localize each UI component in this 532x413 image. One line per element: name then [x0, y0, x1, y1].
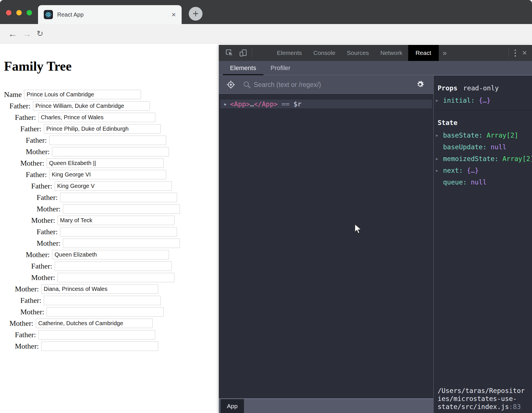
family-field-row: Father:: [9, 101, 219, 111]
devtools-panel: ElementsConsoleSourcesNetworkReact » × E…: [219, 45, 532, 413]
field-label: Father:: [9, 102, 31, 110]
field-label: Father:: [37, 228, 58, 236]
kv-value: {…}: [467, 167, 479, 174]
search-icon: [243, 81, 251, 89]
family-member-input-5[interactable]: [52, 147, 169, 156]
family-member-input-11[interactable]: [57, 216, 174, 225]
family-member-input-17[interactable]: [41, 284, 158, 294]
family-field-row: Name: [4, 90, 219, 99]
family-member-input-13[interactable]: [63, 239, 180, 248]
family-field-row: Father:: [31, 261, 219, 271]
family-member-input-14[interactable]: [52, 250, 169, 259]
back-button[interactable]: ←: [8, 29, 17, 38]
search-input[interactable]: [253, 79, 409, 91]
forward-button[interactable]: →: [22, 29, 31, 38]
props-title: Props: [438, 84, 457, 92]
devtools-menu-icon[interactable]: [515, 49, 516, 57]
field-label: Father:: [37, 193, 58, 202]
inspect-element-icon[interactable]: [225, 49, 234, 57]
field-label: Mother:: [15, 285, 39, 293]
family-member-input-7[interactable]: [49, 170, 166, 179]
expand-arrow-icon[interactable]: ▶: [224, 102, 227, 106]
kv-value: null: [491, 143, 506, 151]
family-field-row: Mother:: [20, 307, 219, 317]
state-row-queue[interactable]: queue: null: [434, 176, 532, 188]
family-member-input-4[interactable]: [49, 136, 166, 145]
family-field-row: Father:: [26, 170, 219, 179]
window-controls: [6, 10, 32, 15]
new-tab-button[interactable]: +: [189, 7, 203, 21]
page-title: Family Tree: [4, 59, 219, 74]
react-tab-elements[interactable]: Elements: [223, 61, 263, 75]
kv-value: {…}: [479, 97, 491, 104]
expand-arrow-icon[interactable]: ▶: [436, 168, 438, 173]
settings-gear-icon[interactable]: [416, 80, 425, 90]
family-field-row: Mother:: [26, 250, 219, 259]
field-label: Mother:: [31, 273, 55, 282]
family-member-input-12[interactable]: [60, 227, 177, 237]
family-member-input-22[interactable]: [41, 341, 158, 351]
devtools-tab-sources[interactable]: Sources: [341, 45, 375, 61]
family-field-row: Father:: [26, 136, 219, 145]
browser-window: React App × + ← → ↻ i localhost:3000 ☆ U: [0, 0, 532, 413]
devtools-tab-elements[interactable]: Elements: [271, 45, 308, 61]
family-member-input-1[interactable]: [33, 101, 150, 111]
family-member-input-20[interactable]: [36, 319, 153, 328]
family-field-row: Father:: [31, 181, 219, 191]
family-member-input-15[interactable]: [55, 261, 172, 271]
props-section: Propsread-only ▶initial: {…}: [434, 76, 532, 110]
devtools-tab-network[interactable]: Network: [375, 45, 408, 61]
family-member-input-18[interactable]: [44, 296, 161, 305]
minimize-window-button[interactable]: [16, 10, 22, 15]
toolbar-divider-right: [509, 49, 509, 57]
family-member-input-2[interactable]: [38, 113, 155, 122]
kv-key: next:: [443, 167, 463, 174]
family-member-input-3[interactable]: [44, 124, 161, 134]
component-tree: ▶<App>…</App> == $r: [219, 94, 433, 398]
kv-key: memoizedState:: [443, 155, 499, 162]
family-field-row: Father:: [15, 113, 219, 122]
family-field-row: Mother:: [31, 216, 219, 225]
more-tabs-icon[interactable]: »: [439, 49, 447, 57]
family-member-input-10[interactable]: [63, 204, 180, 214]
devtools-tab-console[interactable]: Console: [308, 45, 341, 61]
family-field-row: Father:: [20, 124, 219, 134]
field-label: Mother:: [20, 308, 44, 316]
field-label: Mother:: [26, 251, 50, 259]
family-member-input-6[interactable]: [47, 158, 164, 168]
state-row-baseState[interactable]: ▶baseState: Array[2]: [434, 129, 532, 141]
props-mode-badge: read-only: [463, 84, 499, 92]
family-member-input-9[interactable]: [60, 193, 177, 202]
family-field-row: Mother:: [26, 147, 219, 156]
device-toolbar-icon[interactable]: [239, 49, 247, 57]
react-tab-profiler[interactable]: Profiler: [263, 61, 298, 75]
expand-arrow-icon[interactable]: ▶: [436, 133, 438, 138]
family-member-input-21[interactable]: [38, 330, 155, 339]
reload-button[interactable]: ↻: [37, 30, 43, 38]
family-member-input-19[interactable]: [47, 307, 164, 317]
field-label: Mother:: [9, 319, 33, 328]
state-row-baseUpdate[interactable]: baseUpdate: null: [434, 141, 532, 153]
field-label: Mother:: [31, 216, 55, 225]
devtools-tab-react[interactable]: React: [408, 45, 439, 61]
family-member-input-16[interactable]: [57, 273, 174, 282]
family-member-input-8[interactable]: [55, 181, 172, 191]
close-window-button[interactable]: [6, 10, 11, 15]
state-row-next[interactable]: ▶next: {…}: [434, 164, 532, 176]
expand-arrow-icon[interactable]: ▶: [436, 156, 438, 161]
props-row-initial[interactable]: ▶initial: {…}: [434, 94, 532, 106]
breadcrumb-app-tag[interactable]: App: [221, 399, 244, 413]
devtools-tab-bar: ElementsConsoleSourcesNetworkReact: [271, 45, 439, 61]
family-member-input-0[interactable]: [24, 90, 141, 99]
devtools-close-icon[interactable]: ×: [522, 49, 527, 57]
field-label: Mother:: [20, 159, 44, 168]
source-path[interactable]: /Users/taras/Repositories/microstates-us…: [438, 387, 531, 411]
family-field-row: Father:: [37, 193, 219, 202]
browser-tab[interactable]: React App ×: [38, 5, 182, 24]
state-row-memoizedState[interactable]: ▶memoizedState: Array[2]: [434, 153, 532, 164]
maximize-window-button[interactable]: [27, 10, 32, 15]
expand-arrow-icon[interactable]: ▶: [436, 98, 438, 103]
tree-row-app[interactable]: ▶<App>…</App> == $r: [220, 100, 432, 108]
tab-close-icon[interactable]: ×: [172, 11, 176, 18]
select-element-icon[interactable]: [226, 80, 235, 89]
